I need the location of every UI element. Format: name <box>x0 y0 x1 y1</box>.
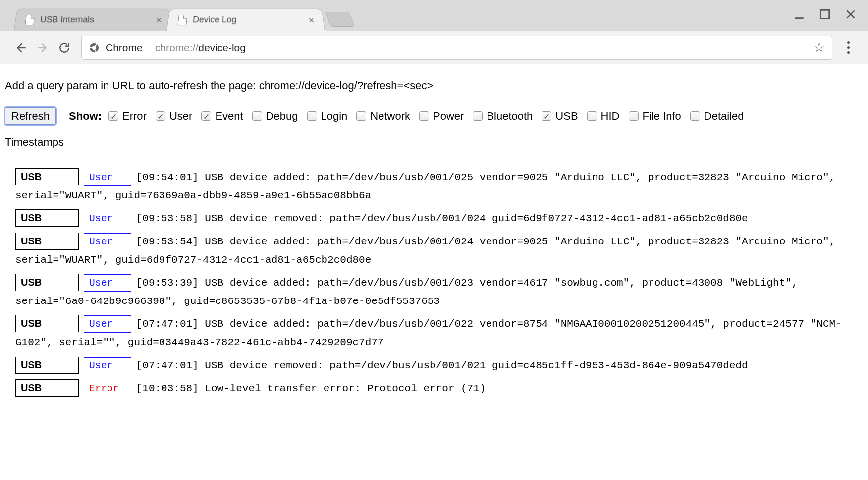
browser-chrome: USB Internals×Device Log× <box>0 0 868 64</box>
filter-label: Power <box>433 110 464 122</box>
log-level-tag: User <box>84 274 131 292</box>
controls-row: Refresh Show: ErrorUserEventDebugLoginNe… <box>5 107 863 149</box>
filter-label: Bluetooth <box>487 110 533 122</box>
filter-user[interactable]: User <box>156 110 192 122</box>
checkbox-icon <box>690 111 700 121</box>
tab-title: Device Log <box>192 15 236 25</box>
log-message: [07:47:01] USB device removed: path=/dev… <box>136 360 748 371</box>
log-type-tag: USB <box>15 315 79 332</box>
refresh-button[interactable]: Refresh <box>5 107 56 125</box>
toolbar: Chrome chrome://device-log ☆ <box>0 31 868 64</box>
checkbox-icon <box>419 111 429 121</box>
site-info-icon[interactable] <box>89 42 100 53</box>
filter-power[interactable]: Power <box>419 110 464 122</box>
checkbox-icon <box>108 111 118 121</box>
tab-usb-internals[interactable]: USB Internals× <box>14 9 172 31</box>
tab-device-log[interactable]: Device Log× <box>166 9 325 31</box>
filter-event[interactable]: Event <box>201 110 243 122</box>
log-level-tag: User <box>84 169 131 186</box>
tab-close-button[interactable]: × <box>308 15 315 24</box>
checkbox-icon <box>542 111 551 121</box>
log-type-tag: USB <box>15 233 79 250</box>
log-level-tag: User <box>84 233 131 250</box>
checkbox-icon <box>587 111 597 121</box>
filter-detailed-timestamps[interactable]: Detailed <box>690 110 744 122</box>
window-maximize-button[interactable] <box>818 8 831 22</box>
log-entry: USB User [09:53:54] USB device added: pa… <box>15 233 853 269</box>
window-close-button[interactable] <box>844 8 857 22</box>
filter-login[interactable]: Login <box>307 110 348 122</box>
log-level-tag: Error <box>84 380 131 397</box>
filter-label: HID <box>601 110 620 122</box>
page-icon <box>25 14 35 25</box>
log-type-tag: USB <box>15 209 79 227</box>
filter-debug[interactable]: Debug <box>252 110 298 122</box>
log-message: [09:53:54] USB device added: path=/dev/b… <box>15 236 835 266</box>
auto-refresh-hint: Add a query param in URL to auto-refresh… <box>5 79 863 92</box>
log-message: [07:47:01] USB device added: path=/dev/b… <box>15 318 842 348</box>
filter-error[interactable]: Error <box>108 110 147 122</box>
log-container: USB User [09:54:01] USB device added: pa… <box>5 159 863 412</box>
log-level-tag: User <box>84 210 131 227</box>
log-type-tag: USB <box>15 274 79 291</box>
filter-label: File Info <box>643 110 681 122</box>
window-minimize-button[interactable] <box>793 8 806 22</box>
window-controls <box>793 8 857 22</box>
omnibox-origin-label: Chrome <box>106 42 149 54</box>
log-message: [09:53:58] USB device removed: path=/dev… <box>136 213 748 224</box>
log-type-tag: USB <box>15 379 79 397</box>
log-entry: USB User [07:47:01] USB device added: pa… <box>15 315 853 351</box>
log-level-tag: User <box>84 315 131 333</box>
filter-label: User <box>169 110 192 122</box>
log-message: [09:53:39] USB device added: path=/dev/b… <box>15 277 798 307</box>
filter-network[interactable]: Network <box>356 110 410 122</box>
log-entry: USB Error [10:03:58] Low-level transfer … <box>15 379 853 398</box>
svg-rect-1 <box>820 10 829 18</box>
filter-file-info[interactable]: File Info <box>629 110 681 122</box>
log-message: [10:03:58] Low-level transfer error: Pro… <box>136 383 486 394</box>
filter-label: Debug <box>266 110 298 122</box>
log-type-tag: USB <box>15 168 79 185</box>
filter-label: Event <box>215 110 243 122</box>
filter-label: USB <box>555 110 578 122</box>
log-entry: USB User [09:53:39] USB device added: pa… <box>15 274 853 310</box>
svg-point-7 <box>92 45 96 49</box>
checkbox-icon <box>307 111 317 121</box>
bookmark-star-icon[interactable]: ☆ <box>814 40 825 55</box>
page-content: Add a query param in URL to auto-refresh… <box>0 64 868 432</box>
log-type-tag: USB <box>15 357 79 374</box>
checkbox-icon <box>156 111 165 121</box>
filter-label: Error <box>122 110 147 122</box>
checkbox-icon <box>356 111 366 121</box>
checkbox-icon <box>201 111 211 121</box>
nav-reload-button[interactable] <box>54 37 75 59</box>
tab-close-button[interactable]: × <box>156 15 163 24</box>
log-level-tag: User <box>84 357 131 374</box>
log-entry: USB User [07:47:01] USB device removed: … <box>15 357 853 375</box>
filter-label: Detailed <box>704 110 744 122</box>
checkbox-icon <box>473 111 483 121</box>
tab-strip: USB Internals×Device Log× <box>0 0 868 31</box>
detailed-timestamps-label-part2: Timestamps <box>5 136 64 149</box>
chrome-menu-button[interactable] <box>838 41 858 54</box>
page-icon <box>177 14 187 25</box>
nav-forward-button[interactable] <box>32 37 54 59</box>
log-message: [09:54:01] USB device added: path=/dev/b… <box>15 172 835 201</box>
show-label: Show: <box>69 110 102 122</box>
checkbox-icon <box>629 111 639 121</box>
filter-bluetooth[interactable]: Bluetooth <box>473 110 533 122</box>
log-entry: USB User [09:53:58] USB device removed: … <box>15 209 853 228</box>
filter-usb[interactable]: USB <box>542 110 578 122</box>
nav-back-button[interactable] <box>10 37 32 59</box>
new-tab-button[interactable] <box>325 12 355 27</box>
filter-hid[interactable]: HID <box>587 110 620 122</box>
filter-label: Login <box>321 110 348 122</box>
checkbox-icon <box>252 111 262 121</box>
filter-label: Network <box>370 110 410 122</box>
omnibox[interactable]: Chrome chrome://device-log ☆ <box>81 36 832 60</box>
omnibox-url: chrome://device-log <box>155 42 246 54</box>
log-entry: USB User [09:54:01] USB device added: pa… <box>15 168 853 204</box>
tab-title: USB Internals <box>40 15 94 25</box>
